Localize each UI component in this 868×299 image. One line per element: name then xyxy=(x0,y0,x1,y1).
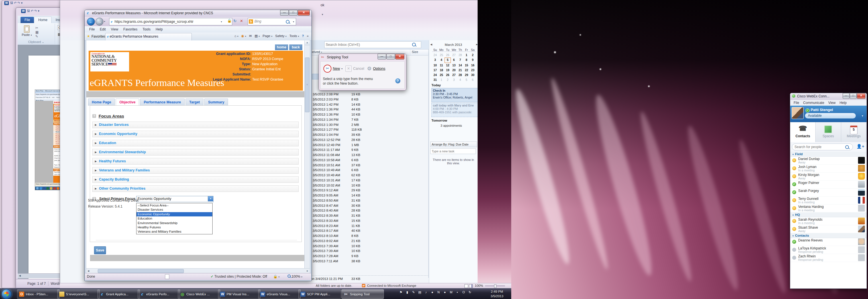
calendar-day[interactable]: 27 xyxy=(451,53,457,58)
calendar-day[interactable]: 6 xyxy=(470,77,476,82)
menu-item[interactable]: Help xyxy=(838,100,848,105)
contact-row[interactable]: Sarah Forgey xyxy=(790,189,867,197)
ribbon-tab-file[interactable]: File xyxy=(21,17,34,23)
scroll-thumb[interactable] xyxy=(98,269,184,273)
maximize-button[interactable]: □ xyxy=(386,54,395,60)
search-dropdown-icon[interactable]: ▾ xyxy=(293,21,294,23)
egrants-tab[interactable]: Objective xyxy=(116,99,139,106)
cancel-snip-button[interactable]: ✕ Cancel xyxy=(345,66,364,72)
focus-area-row[interactable]: ▶Capacity Building xyxy=(92,176,299,183)
mail-row[interactable]: 3/5/2013 10:49 AM 6 KB xyxy=(312,168,427,173)
history-dropdown-icon[interactable]: ▾ xyxy=(104,20,105,23)
page-zoom[interactable]: 100% ▾ xyxy=(287,274,302,278)
calendar-day[interactable]: 18 xyxy=(438,68,444,73)
mail-row[interactable]: 3/5/2013 8:23 AM 11 KB xyxy=(312,224,427,229)
primary-focus-area-select[interactable]: Economic Opportunity ▾ xyxy=(136,196,213,202)
tab-spaces[interactable]: Spaces xyxy=(815,122,841,142)
home-button[interactable]: home xyxy=(275,44,288,50)
close-button[interactable]: ✕ xyxy=(857,93,865,99)
mail-row[interactable]: 3/5/2013 10:31 AM 17 KB xyxy=(312,178,427,183)
task-arrange-header[interactable]: Arrange By: Flag: Due Date xyxy=(430,141,477,147)
view-normal-icon[interactable] xyxy=(464,284,468,288)
page-menu[interactable]: Page ▾ xyxy=(263,34,272,38)
egrants-tab[interactable]: Home Page xyxy=(88,99,115,106)
people-search-input[interactable] xyxy=(792,143,853,151)
maximize-button[interactable]: □ xyxy=(289,10,298,16)
help-icon[interactable]: ? xyxy=(92,114,96,118)
calendar-day[interactable]: 24 xyxy=(432,73,438,77)
calendar-day[interactable]: 9 xyxy=(470,58,476,62)
focus-area-row[interactable]: ▶Economic Opportunity xyxy=(92,131,299,137)
mail-icon[interactable]: ✉ xyxy=(249,34,252,38)
scroll-thumb[interactable]: ≡ xyxy=(305,58,309,112)
calendar-day[interactable]: 25 xyxy=(438,73,444,77)
calendar-day[interactable]: 12 xyxy=(444,63,451,68)
taskbar-button[interactable]: W PM Visual Ins... xyxy=(218,289,260,299)
column-header-size[interactable]: Size xyxy=(412,50,418,54)
calendar-day[interactable]: 1 xyxy=(463,53,470,58)
egrants-tab[interactable]: Performance Measure xyxy=(140,99,185,106)
search-box[interactable]: b Bing ▾ xyxy=(248,18,296,25)
contact-row[interactable]: Deanne Reeves xyxy=(790,238,867,246)
paste-button[interactable]: Paste ▾ xyxy=(21,25,32,39)
egrants-tab[interactable]: Summary xyxy=(204,99,228,106)
home-icon[interactable]: ⌂ ▾ xyxy=(234,34,238,38)
calendar-day[interactable]: 31 xyxy=(432,77,438,82)
tray-icon[interactable]: M xyxy=(448,290,454,295)
dropdown-option[interactable]: Healthy Futures xyxy=(136,225,212,230)
forward-button[interactable]: → xyxy=(95,18,103,26)
tools-menu[interactable]: Tools ▾ xyxy=(289,34,299,38)
mail-row[interactable]: 3/5/2013 10:58 AM 6 KB xyxy=(312,158,427,163)
mail-row[interactable]: 3/5/2013 10:49 AM 62 KB xyxy=(312,173,427,178)
save-icon[interactable]: 🖫 xyxy=(27,9,30,12)
presence-dropdown-icon[interactable]: ▾ xyxy=(862,114,863,117)
calendar-day[interactable]: 14 xyxy=(457,63,463,68)
dropdown-option[interactable]: Disaster Services xyxy=(136,208,212,212)
page-count[interactable]: Page: 1 of 7 xyxy=(27,281,46,286)
ribbon-tab-home[interactable]: Home xyxy=(34,16,52,23)
taskbar-button[interactable]: S:\everyone\S... xyxy=(57,289,100,299)
taskbar-button[interactable]: ✂ Snipping Tool xyxy=(341,289,384,299)
redo-icon[interactable]: ↷ xyxy=(34,9,37,12)
calendar-day[interactable]: 3 xyxy=(432,58,438,62)
calendar-day[interactable]: 4 xyxy=(438,58,444,62)
cut-icon[interactable]: ✂ xyxy=(35,26,38,30)
contact-row[interactable]: Kirsty Morgan Away xyxy=(790,173,867,180)
focus-area-row[interactable]: ▶Disaster Services xyxy=(92,122,299,128)
calendar-day[interactable]: 25 xyxy=(438,53,444,58)
safety-menu[interactable]: Safety ▾ xyxy=(275,34,287,38)
tray-icon[interactable]: ● xyxy=(442,290,447,295)
focus-area-row[interactable]: ▶Veterans and Military Families xyxy=(92,167,299,174)
ie-horizontal-scrollbar[interactable]: ◀ ► xyxy=(86,268,310,273)
calendar-day[interactable]: 28 xyxy=(457,73,463,77)
tray-icon[interactable]: ▪ xyxy=(455,290,460,295)
dropdown-option[interactable]: Economic Opportunity xyxy=(136,212,212,217)
mail-row[interactable]: 3/5/2013 1:04 PM 39 KB xyxy=(312,132,427,137)
search-icon[interactable] xyxy=(845,145,849,149)
mail-row[interactable]: 3/5/2013 7:28 AM 9 KB xyxy=(312,254,427,259)
zoom-slider[interactable] xyxy=(485,286,505,286)
tab-contacts[interactable]: ☎ Contacts xyxy=(790,122,815,142)
mail-row[interactable]: 3/5/2013 7:39 AM 10 KB xyxy=(312,244,427,249)
focus-area-row[interactable]: ▶Other Community Priorities xyxy=(92,186,299,192)
calendar-day[interactable]: 11 xyxy=(438,63,444,68)
mail-row[interactable]: Mon 3/4/2013 11:21 PM 33 KB xyxy=(308,276,428,281)
mail-row[interactable]: 3/5/2013 1:36 PM 10 KB xyxy=(312,112,427,117)
mail-row[interactable]: 3/5/2013 8:40 AM 28 KB xyxy=(312,208,427,213)
mail-row[interactable]: 3/5/2013 8:39 AM 31 KB xyxy=(312,213,427,219)
calendar-day[interactable]: 19 xyxy=(444,68,451,73)
tab-meetings[interactable]: 5 Meetings xyxy=(841,122,867,142)
search-icon[interactable] xyxy=(286,20,289,24)
protected-mode-icon[interactable]: 🔒 ▾ xyxy=(273,274,280,278)
taskbar-button[interactable]: ◎ Cisco WebEx ... xyxy=(178,289,220,299)
menu-item[interactable]: Communicate xyxy=(801,100,826,105)
appointment-call[interactable]: call today with Mary and Erw 4:00 PM - 4… xyxy=(431,103,479,117)
help-icon[interactable]: ? xyxy=(302,34,304,38)
mail-row[interactable]: 3/5/2013 8:02 AM 21 KB xyxy=(312,239,427,244)
rss-icon[interactable]: ◉ ▾ xyxy=(241,34,246,38)
calendar-day[interactable]: 5 xyxy=(463,77,470,82)
scroll-left-icon[interactable]: ◀ xyxy=(88,270,89,272)
calendar-day[interactable]: 5 xyxy=(444,58,451,63)
mail-row[interactable]: 3/5/2013 1:27 PM 118 KB xyxy=(312,127,427,132)
tray-icon[interactable]: O xyxy=(461,290,466,295)
